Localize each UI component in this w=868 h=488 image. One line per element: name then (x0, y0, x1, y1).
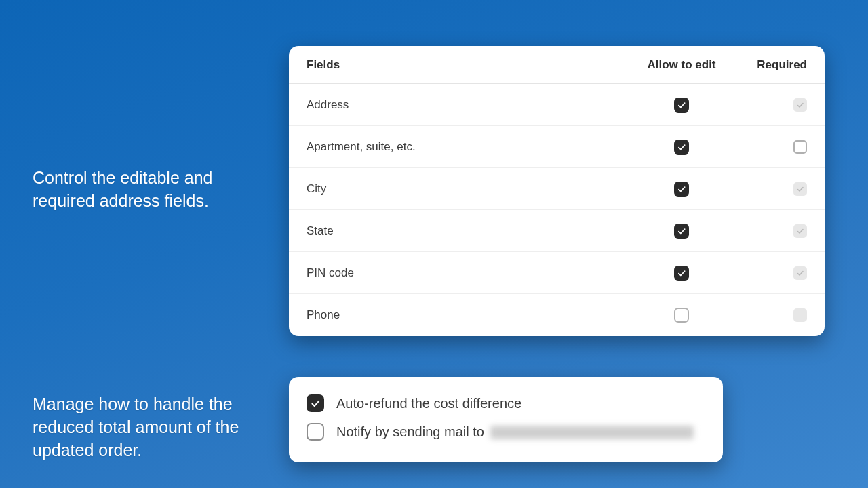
required-cell (732, 182, 807, 196)
fields-table-header: Fields Allow to edit Required (289, 46, 825, 84)
allow-edit-cell (631, 224, 732, 239)
table-row: Phone (289, 294, 825, 336)
table-row: City (289, 168, 825, 210)
checkbox-notify-mail[interactable] (307, 423, 324, 441)
checkbox-icon[interactable] (793, 140, 807, 154)
col-fields-header: Fields (307, 58, 631, 72)
checkbox-icon[interactable] (793, 182, 807, 196)
option-auto-refund: Auto-refund the cost difference (304, 389, 708, 418)
checkbox-icon[interactable] (674, 308, 689, 323)
allow-edit-cell (631, 98, 732, 113)
table-row: State (289, 210, 825, 252)
redacted-email (490, 426, 694, 439)
checkbox-auto-refund[interactable] (307, 394, 324, 412)
fields-settings-card: Fields Allow to edit Required AddressApa… (289, 46, 825, 336)
field-label: City (307, 182, 631, 196)
table-row: Address (289, 84, 825, 126)
field-label: State (307, 224, 631, 238)
checkbox-icon[interactable] (674, 266, 689, 281)
table-row: Apartment, suite, etc. (289, 126, 825, 168)
fields-table-body: AddressApartment, suite, etc.CityStatePI… (289, 84, 825, 336)
checkbox-icon[interactable] (674, 98, 689, 113)
notify-mail-label: Notify by sending mail to (336, 424, 694, 440)
checkbox-icon[interactable] (793, 308, 807, 322)
checkbox-icon[interactable] (674, 182, 689, 197)
allow-edit-cell (631, 182, 732, 197)
required-cell (732, 308, 807, 322)
caption-refund: Manage how to handle the reduced total a… (33, 393, 256, 462)
field-label: PIN code (307, 266, 631, 280)
checkbox-icon[interactable] (793, 224, 807, 238)
allow-edit-cell (631, 266, 732, 281)
checkbox-icon[interactable] (793, 98, 807, 112)
field-label: Address (307, 98, 631, 112)
table-row: PIN code (289, 252, 825, 294)
required-cell (732, 98, 807, 112)
checkbox-icon[interactable] (793, 266, 807, 280)
option-notify-mail: Notify by sending mail to (304, 418, 708, 446)
col-required-header: Required (732, 58, 807, 72)
refund-settings-card: Auto-refund the cost difference Notify b… (289, 377, 723, 462)
notify-mail-label-prefix: Notify by sending mail to (336, 424, 484, 439)
checkbox-icon[interactable] (674, 140, 689, 155)
field-label: Apartment, suite, etc. (307, 140, 631, 154)
field-label: Phone (307, 308, 631, 322)
allow-edit-cell (631, 308, 732, 323)
required-cell (732, 140, 807, 154)
required-cell (732, 266, 807, 280)
checkbox-icon[interactable] (674, 224, 689, 239)
col-allow-header: Allow to edit (631, 58, 732, 72)
auto-refund-label: Auto-refund the cost difference (336, 396, 521, 411)
required-cell (732, 224, 807, 238)
allow-edit-cell (631, 140, 732, 155)
caption-fields: Control the editable and required addres… (33, 167, 250, 213)
